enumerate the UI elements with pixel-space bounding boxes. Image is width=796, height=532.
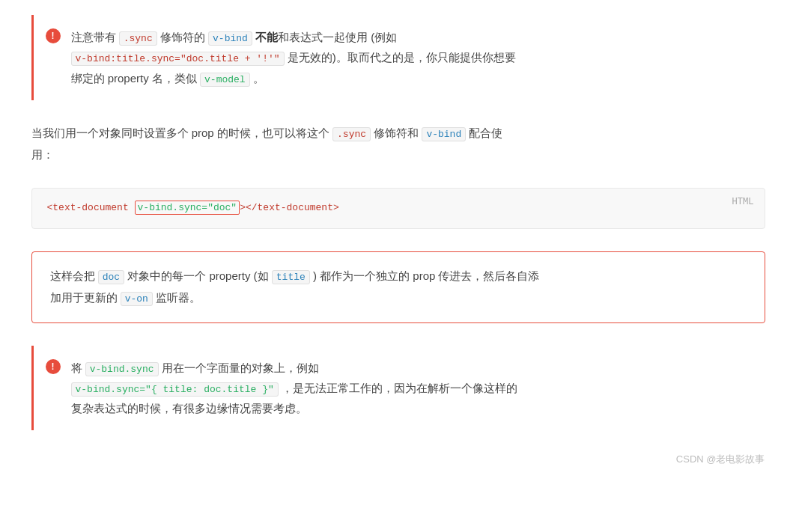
footer-text: CSDN @老电影故事 bbox=[676, 453, 765, 465]
info-line1: 这样会把 doc 对象中的每一个 property (如 title ) 都作为… bbox=[50, 269, 540, 304]
expression-code: v-bind:title.sync="doc.title + '!'" bbox=[71, 52, 285, 66]
warning-icon-2: ! bbox=[46, 359, 61, 374]
info-highlight-block: 这样会把 doc 对象中的每一个 property (如 title ) 都作为… bbox=[31, 251, 765, 322]
warn2-line1: 将 v-bind.sync 用在一个字面量的对象上，例如 v-bind.sync… bbox=[71, 361, 517, 415]
vbind-code-1: v-bind bbox=[208, 31, 252, 46]
sync-code-2: .sync bbox=[332, 127, 371, 141]
vbind-code-2: v-bind bbox=[422, 127, 466, 141]
doc-code: doc bbox=[98, 270, 124, 284]
code-highlight: v-bind.sync="doc" bbox=[135, 201, 240, 215]
warning-block-1: ! 注意带有 .sync 修饰符的 v-bind 不能和表达式一起使用 (例如 … bbox=[31, 15, 765, 100]
code-suffix: ></text-document> bbox=[240, 202, 339, 213]
cannot-text: 不能 bbox=[255, 31, 278, 43]
vmodel-code-1: v-model bbox=[200, 73, 250, 87]
page-footer: CSDN @老电影故事 bbox=[31, 453, 765, 466]
title-code: title bbox=[272, 270, 310, 284]
vbind-sync-code: v-bind.sync bbox=[85, 362, 159, 376]
lang-label: HTML bbox=[732, 196, 754, 207]
code-block: HTML <text-document v-bind.sync="doc"></… bbox=[31, 188, 765, 229]
warning-content-1: 注意带有 .sync 修饰符的 v-bind 不能和表达式一起使用 (例如 v-… bbox=[71, 27, 516, 88]
warning-icon-1: ! bbox=[46, 28, 61, 43]
literal-code: v-bind.sync="{ title: doc.title }" bbox=[71, 382, 279, 397]
code-prefix: <text-document bbox=[47, 202, 135, 213]
page-container: ! 注意带有 .sync 修饰符的 v-bind 不能和表达式一起使用 (例如 … bbox=[31, 15, 765, 466]
von-code: v-on bbox=[121, 292, 153, 306]
warning-block-2: ! 将 v-bind.sync 用在一个字面量的对象上，例如 v-bind.sy… bbox=[31, 346, 765, 431]
warn1-line1: 注意带有 .sync 修饰符的 v-bind 不能和表达式一起使用 (例如 v-… bbox=[71, 31, 516, 85]
code-content: <text-document v-bind.sync="doc"></text-… bbox=[47, 201, 750, 216]
sync-code-1: .sync bbox=[119, 31, 157, 46]
warning-content-2: 将 v-bind.sync 用在一个字面量的对象上，例如 v-bind.sync… bbox=[71, 358, 517, 419]
paragraph-1: 当我们用一个对象同时设置多个 prop 的时候，也可以将这个 .sync 修饰符… bbox=[31, 123, 765, 165]
